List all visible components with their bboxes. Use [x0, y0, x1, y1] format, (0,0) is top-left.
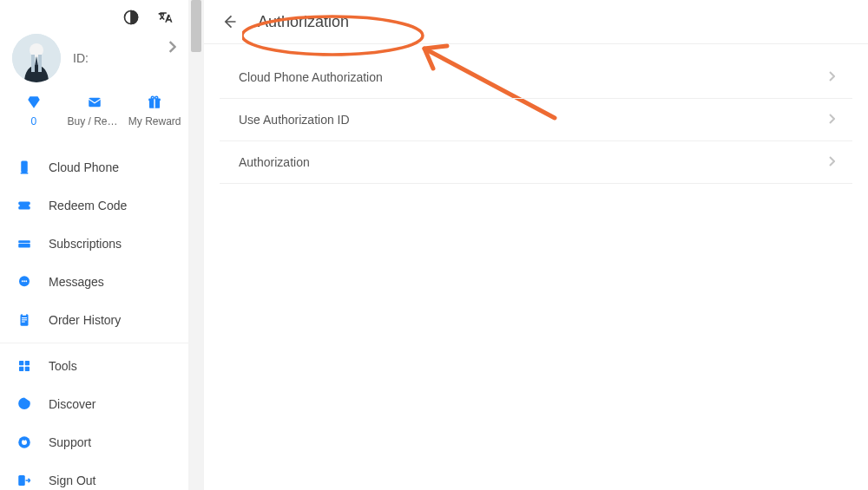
svg-rect-3 [31, 55, 35, 72]
my-reward-label: My Reward [128, 115, 181, 127]
scrollbar-track[interactable] [188, 0, 204, 490]
sidebar-item-label: Discover [49, 397, 95, 411]
main-content: Authorization Cloud Phone AuthorizationU… [204, 0, 868, 490]
sidebar: ID: 0 Buy / Ren... My Reward Cloud Phone… [0, 0, 188, 490]
language-icon[interactable] [157, 9, 174, 29]
support-icon [16, 434, 33, 451]
sidebar-item-order-history[interactable]: Order History [0, 301, 188, 339]
sidebar-item-label: Messages [49, 275, 104, 289]
list-item-use-authorization-id[interactable]: Use Authorization ID [220, 99, 852, 141]
svg-rect-20 [23, 314, 27, 316]
svg-rect-14 [18, 244, 30, 248]
svg-point-30 [23, 439, 25, 441]
chevron-right-icon [828, 155, 835, 169]
clipboard-icon [16, 311, 33, 329]
svg-point-9 [151, 96, 154, 99]
list-item-label: Use Authorization ID [239, 113, 350, 127]
gift-icon [147, 95, 162, 110]
list-item-label: Authorization [239, 155, 310, 169]
sidebar-item-redeem-code[interactable]: Redeem Code [0, 186, 188, 225]
contrast-icon[interactable] [122, 9, 140, 29]
chevron-right-icon [828, 70, 835, 84]
compass-icon [16, 395, 33, 413]
page-header: Authorization [204, 0, 868, 44]
svg-rect-4 [38, 55, 42, 72]
diamond-icon [26, 95, 42, 110]
list-item-authorization[interactable]: Authorization [220, 141, 852, 184]
svg-rect-11 [21, 161, 28, 173]
chevron-right-icon [828, 113, 835, 127]
svg-rect-5 [89, 98, 101, 108]
sidebar-item-label: Cloud Phone [49, 160, 119, 174]
sidebar-item-label: Tools [49, 359, 77, 373]
list-item-cloud-phone-authorization[interactable]: Cloud Phone Authorization [220, 56, 852, 99]
sidebar-item-sign-out[interactable]: Sign Out [0, 461, 188, 490]
phone-icon [16, 159, 33, 176]
sidebar-item-label: Subscriptions [49, 237, 122, 251]
svg-rect-24 [19, 361, 23, 365]
scrollbar-thumb[interactable] [191, 0, 201, 52]
svg-rect-23 [22, 322, 25, 323]
quick-credits[interactable]: 0 [3, 95, 64, 127]
svg-point-18 [25, 280, 27, 282]
sidebar-item-label: Sign Out [49, 474, 95, 487]
ticket-icon [16, 197, 33, 214]
svg-point-16 [22, 280, 23, 282]
credits-count: 0 [30, 115, 36, 127]
svg-rect-12 [21, 173, 29, 174]
divider [0, 343, 188, 343]
avatar [12, 34, 61, 82]
sidebar-item-tools[interactable]: Tools [0, 347, 188, 385]
svg-rect-31 [18, 475, 25, 486]
back-button[interactable] [220, 12, 239, 31]
chevron-right-icon [168, 41, 176, 56]
profile-id-label: ID: [73, 51, 89, 65]
svg-rect-22 [22, 319, 27, 320]
sidebar-item-label: Support [49, 435, 91, 449]
quick-buy-renew[interactable]: Buy / Ren... [64, 95, 125, 127]
sidebar-item-messages[interactable]: Messages [0, 263, 188, 301]
grid-icon [16, 357, 33, 375]
sidebar-item-label: Redeem Code [49, 199, 127, 212]
buy-renew-label: Buy / Ren... [68, 115, 122, 127]
page-title: Authorization [258, 13, 349, 31]
sidebar-item-label: Order History [49, 313, 121, 327]
list-item-label: Cloud Phone Authorization [239, 70, 383, 84]
envelope-icon [87, 95, 102, 110]
arrow-left-icon [220, 13, 238, 30]
sidebar-item-support[interactable]: Support [0, 423, 188, 461]
sidebar-item-discover[interactable]: Discover [0, 385, 188, 423]
svg-rect-25 [25, 361, 30, 365]
folder-icon [16, 235, 33, 252]
svg-rect-13 [18, 240, 30, 243]
svg-rect-21 [22, 317, 27, 318]
sidebar-item-subscriptions[interactable]: Subscriptions [0, 225, 188, 263]
svg-rect-26 [19, 367, 23, 371]
profile-row[interactable]: ID: [0, 34, 188, 95]
svg-rect-27 [25, 367, 30, 371]
settings-list: Cloud Phone AuthorizationUse Authorizati… [204, 44, 868, 184]
svg-rect-8 [154, 99, 155, 108]
chat-icon [16, 273, 33, 291]
svg-point-17 [23, 280, 25, 282]
sidebar-item-cloud-phone[interactable]: Cloud Phone [0, 148, 188, 186]
exit-icon [16, 472, 33, 489]
sidebar-menu: Cloud PhoneRedeem CodeSubscriptionsMessa… [0, 145, 188, 490]
quick-my-reward[interactable]: My Reward [124, 95, 185, 127]
svg-point-10 [155, 96, 158, 99]
